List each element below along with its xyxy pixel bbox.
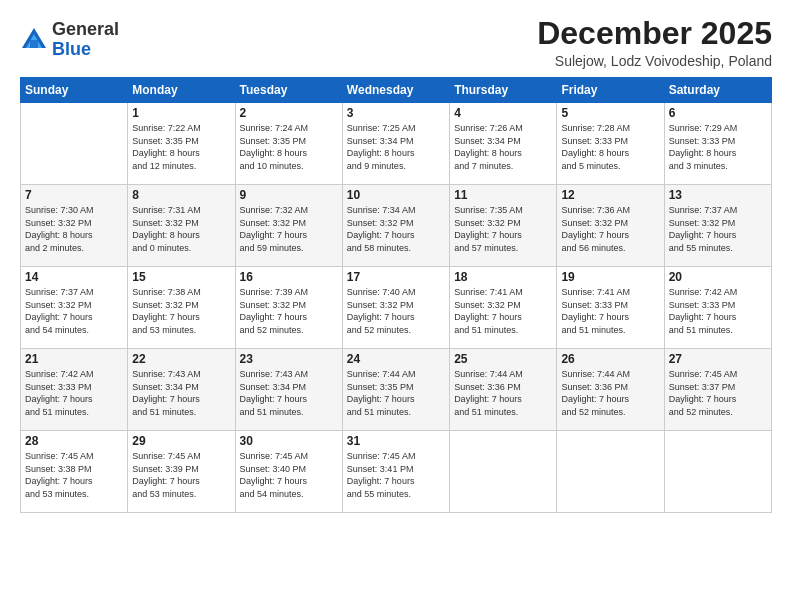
calendar-cell-w1-d3: 3Sunrise: 7:25 AM Sunset: 3:34 PM Daylig… (342, 103, 449, 185)
calendar-cell-w2-d5: 12Sunrise: 7:36 AM Sunset: 3:32 PM Dayli… (557, 185, 664, 267)
calendar-cell-w3-d0: 14Sunrise: 7:37 AM Sunset: 3:32 PM Dayli… (21, 267, 128, 349)
calendar-cell-w3-d1: 15Sunrise: 7:38 AM Sunset: 3:32 PM Dayli… (128, 267, 235, 349)
day-number: 5 (561, 106, 659, 120)
calendar-cell-w2-d2: 9Sunrise: 7:32 AM Sunset: 3:32 PM Daylig… (235, 185, 342, 267)
calendar-cell-w2-d1: 8Sunrise: 7:31 AM Sunset: 3:32 PM Daylig… (128, 185, 235, 267)
day-number: 31 (347, 434, 445, 448)
day-info: Sunrise: 7:43 AM Sunset: 3:34 PM Dayligh… (132, 368, 230, 418)
calendar-cell-w5-d2: 30Sunrise: 7:45 AM Sunset: 3:40 PM Dayli… (235, 431, 342, 513)
day-number: 18 (454, 270, 552, 284)
header-monday: Monday (128, 78, 235, 103)
day-info: Sunrise: 7:40 AM Sunset: 3:32 PM Dayligh… (347, 286, 445, 336)
calendar-table: Sunday Monday Tuesday Wednesday Thursday… (20, 77, 772, 513)
calendar-cell-w1-d2: 2Sunrise: 7:24 AM Sunset: 3:35 PM Daylig… (235, 103, 342, 185)
calendar-cell-w4-d0: 21Sunrise: 7:42 AM Sunset: 3:33 PM Dayli… (21, 349, 128, 431)
day-number: 20 (669, 270, 767, 284)
month-year-title: December 2025 (537, 16, 772, 51)
day-info: Sunrise: 7:26 AM Sunset: 3:34 PM Dayligh… (454, 122, 552, 172)
day-number: 19 (561, 270, 659, 284)
day-info: Sunrise: 7:37 AM Sunset: 3:32 PM Dayligh… (669, 204, 767, 254)
calendar-cell-w3-d6: 20Sunrise: 7:42 AM Sunset: 3:33 PM Dayli… (664, 267, 771, 349)
svg-rect-2 (30, 40, 38, 48)
header-thursday: Thursday (450, 78, 557, 103)
calendar-cell-w2-d3: 10Sunrise: 7:34 AM Sunset: 3:32 PM Dayli… (342, 185, 449, 267)
day-number: 25 (454, 352, 552, 366)
calendar-cell-w2-d4: 11Sunrise: 7:35 AM Sunset: 3:32 PM Dayli… (450, 185, 557, 267)
day-number: 10 (347, 188, 445, 202)
calendar-week-5: 28Sunrise: 7:45 AM Sunset: 3:38 PM Dayli… (21, 431, 772, 513)
calendar-cell-w3-d5: 19Sunrise: 7:41 AM Sunset: 3:33 PM Dayli… (557, 267, 664, 349)
calendar-cell-w2-d0: 7Sunrise: 7:30 AM Sunset: 3:32 PM Daylig… (21, 185, 128, 267)
day-info: Sunrise: 7:45 AM Sunset: 3:40 PM Dayligh… (240, 450, 338, 500)
title-block: December 2025 Sulejow, Lodz Voivodeship,… (537, 16, 772, 69)
day-info: Sunrise: 7:25 AM Sunset: 3:34 PM Dayligh… (347, 122, 445, 172)
calendar-cell-w5-d1: 29Sunrise: 7:45 AM Sunset: 3:39 PM Dayli… (128, 431, 235, 513)
day-info: Sunrise: 7:45 AM Sunset: 3:41 PM Dayligh… (347, 450, 445, 500)
calendar-week-1: 1Sunrise: 7:22 AM Sunset: 3:35 PM Daylig… (21, 103, 772, 185)
day-number: 17 (347, 270, 445, 284)
calendar-cell-w5-d3: 31Sunrise: 7:45 AM Sunset: 3:41 PM Dayli… (342, 431, 449, 513)
calendar-cell-w5-d0: 28Sunrise: 7:45 AM Sunset: 3:38 PM Dayli… (21, 431, 128, 513)
day-info: Sunrise: 7:44 AM Sunset: 3:36 PM Dayligh… (561, 368, 659, 418)
calendar-cell-w4-d4: 25Sunrise: 7:44 AM Sunset: 3:36 PM Dayli… (450, 349, 557, 431)
day-info: Sunrise: 7:42 AM Sunset: 3:33 PM Dayligh… (25, 368, 123, 418)
day-number: 12 (561, 188, 659, 202)
header-friday: Friday (557, 78, 664, 103)
day-number: 30 (240, 434, 338, 448)
logo-general-text: General (52, 19, 119, 39)
day-number: 29 (132, 434, 230, 448)
calendar-cell-w4-d3: 24Sunrise: 7:44 AM Sunset: 3:35 PM Dayli… (342, 349, 449, 431)
calendar-body: 1Sunrise: 7:22 AM Sunset: 3:35 PM Daylig… (21, 103, 772, 513)
day-info: Sunrise: 7:42 AM Sunset: 3:33 PM Dayligh… (669, 286, 767, 336)
location-subtitle: Sulejow, Lodz Voivodeship, Poland (537, 53, 772, 69)
calendar-week-2: 7Sunrise: 7:30 AM Sunset: 3:32 PM Daylig… (21, 185, 772, 267)
header-tuesday: Tuesday (235, 78, 342, 103)
calendar-cell-w1-d4: 4Sunrise: 7:26 AM Sunset: 3:34 PM Daylig… (450, 103, 557, 185)
calendar-cell-w4-d2: 23Sunrise: 7:43 AM Sunset: 3:34 PM Dayli… (235, 349, 342, 431)
day-number: 27 (669, 352, 767, 366)
calendar-cell-w4-d5: 26Sunrise: 7:44 AM Sunset: 3:36 PM Dayli… (557, 349, 664, 431)
calendar-cell-w4-d1: 22Sunrise: 7:43 AM Sunset: 3:34 PM Dayli… (128, 349, 235, 431)
day-info: Sunrise: 7:43 AM Sunset: 3:34 PM Dayligh… (240, 368, 338, 418)
day-info: Sunrise: 7:41 AM Sunset: 3:32 PM Dayligh… (454, 286, 552, 336)
calendar-cell-w1-d1: 1Sunrise: 7:22 AM Sunset: 3:35 PM Daylig… (128, 103, 235, 185)
calendar-cell-w1-d0 (21, 103, 128, 185)
day-number: 22 (132, 352, 230, 366)
day-info: Sunrise: 7:28 AM Sunset: 3:33 PM Dayligh… (561, 122, 659, 172)
day-number: 4 (454, 106, 552, 120)
day-number: 6 (669, 106, 767, 120)
day-info: Sunrise: 7:44 AM Sunset: 3:36 PM Dayligh… (454, 368, 552, 418)
day-number: 3 (347, 106, 445, 120)
calendar-cell-w1-d6: 6Sunrise: 7:29 AM Sunset: 3:33 PM Daylig… (664, 103, 771, 185)
day-number: 15 (132, 270, 230, 284)
day-number: 16 (240, 270, 338, 284)
day-info: Sunrise: 7:32 AM Sunset: 3:32 PM Dayligh… (240, 204, 338, 254)
calendar-cell-w5-d4 (450, 431, 557, 513)
calendar-cell-w3-d4: 18Sunrise: 7:41 AM Sunset: 3:32 PM Dayli… (450, 267, 557, 349)
day-number: 7 (25, 188, 123, 202)
day-info: Sunrise: 7:24 AM Sunset: 3:35 PM Dayligh… (240, 122, 338, 172)
header-saturday: Saturday (664, 78, 771, 103)
day-number: 23 (240, 352, 338, 366)
day-info: Sunrise: 7:37 AM Sunset: 3:32 PM Dayligh… (25, 286, 123, 336)
page-header: General Blue December 2025 Sulejow, Lodz… (20, 16, 772, 69)
day-number: 8 (132, 188, 230, 202)
day-info: Sunrise: 7:30 AM Sunset: 3:32 PM Dayligh… (25, 204, 123, 254)
day-info: Sunrise: 7:31 AM Sunset: 3:32 PM Dayligh… (132, 204, 230, 254)
calendar-week-3: 14Sunrise: 7:37 AM Sunset: 3:32 PM Dayli… (21, 267, 772, 349)
weekday-header-row: Sunday Monday Tuesday Wednesday Thursday… (21, 78, 772, 103)
day-number: 21 (25, 352, 123, 366)
calendar-cell-w3-d2: 16Sunrise: 7:39 AM Sunset: 3:32 PM Dayli… (235, 267, 342, 349)
day-info: Sunrise: 7:36 AM Sunset: 3:32 PM Dayligh… (561, 204, 659, 254)
day-info: Sunrise: 7:29 AM Sunset: 3:33 PM Dayligh… (669, 122, 767, 172)
day-number: 11 (454, 188, 552, 202)
day-number: 28 (25, 434, 123, 448)
day-info: Sunrise: 7:22 AM Sunset: 3:35 PM Dayligh… (132, 122, 230, 172)
day-info: Sunrise: 7:38 AM Sunset: 3:32 PM Dayligh… (132, 286, 230, 336)
day-info: Sunrise: 7:35 AM Sunset: 3:32 PM Dayligh… (454, 204, 552, 254)
header-wednesday: Wednesday (342, 78, 449, 103)
day-number: 26 (561, 352, 659, 366)
day-info: Sunrise: 7:39 AM Sunset: 3:32 PM Dayligh… (240, 286, 338, 336)
calendar-page: General Blue December 2025 Sulejow, Lodz… (0, 0, 792, 612)
header-sunday: Sunday (21, 78, 128, 103)
